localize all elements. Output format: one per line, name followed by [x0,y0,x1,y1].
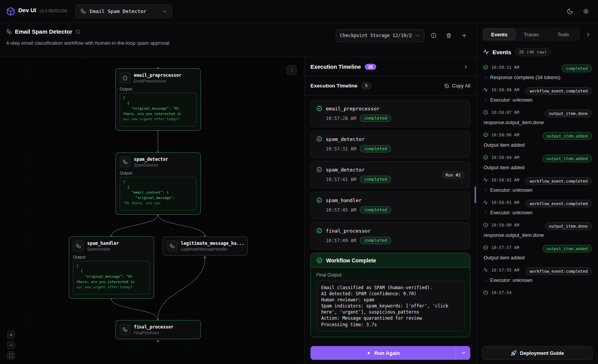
activity-icon [483,177,488,183]
chevron-right-icon [484,188,488,192]
event-item[interactable]: 10:58:08 AM workflow_event.completed Exe… [483,84,592,106]
event-item[interactable]: 10:58:06 AM output_item.added Output ite… [483,129,592,151]
run-number-badge: Run #2 [442,171,465,178]
app-version: v1.0.0b251204 [39,8,67,13]
node-type: FinalProcessor [134,331,174,335]
workflow-icon [6,29,12,34]
timeline-item[interactable]: final_processor 10:57:49 AM completed [310,222,470,249]
event-time: 10:58:08 AM [491,87,519,92]
event-time: 10:58:04 AM [491,155,519,160]
event-detail-row[interactable]: Executor: unknown [483,277,592,283]
timeline-item[interactable]: email_preprocessor 10:57:28 AM completed [310,100,470,127]
event-detail: Output item added [484,142,525,148]
event-item[interactable]: 10:57:55 AM workflow_event.completed Exe… [483,264,592,286]
copy-all-button[interactable]: Copy All [444,83,470,89]
node-output-code: [ { "original_message": "Hi there, are y… [73,261,150,294]
delete-button[interactable] [443,29,455,42]
check-circle-icon [316,257,323,264]
timeline-item-name: spam_handler [326,197,362,203]
node-type: SpamDetector [134,163,168,167]
event-type-badge: output_item.done [545,110,592,117]
node-spam-detector[interactable]: spam_detector SpamDetector Output: [ { "… [115,152,201,215]
left-region: Email Spam Detector 4-step email classif… [0,23,476,364]
event-detail: Output item added [484,255,525,260]
clock-icon [483,290,488,295]
event-detail: response.output_item.done [484,232,544,238]
timeline-item[interactable]: spam_detector 10:57:41 AM completed Run … [310,161,470,188]
timeline-item[interactable]: spam_handler 10:57:45 AM completed [310,192,470,219]
event-detail-row[interactable]: Response complete (34 tokens) [483,74,592,80]
timeline-item[interactable]: spam_detector 10:57:31 AM completed [310,131,470,158]
checkpoint-storage-selector[interactable]: Checkpoint Storage 12/10/2025, 10:5 [336,29,424,42]
zoom-in-button[interactable] [7,331,15,339]
status-badge: completed [360,237,391,244]
node-type: EmailPreprocessor [134,79,182,83]
chevron-down-icon [415,33,420,38]
event-item[interactable]: 10:58:01 AM workflow_event.completed Exe… [483,196,592,219]
node-legitimate-message-handler[interactable]: legitimate_message_ha... LegitimateMessa… [162,236,248,256]
tab-traces[interactable]: Traces [515,29,548,40]
timeline-item-time: 10:57:31 AM [326,146,356,152]
event-item[interactable]: 10:58:04 AM output_item.added Output ite… [483,151,592,174]
tab-tools[interactable]: Tools [547,29,579,40]
event-time: 10:57:55 AM [491,267,519,273]
event-type-badge: workflow_event.completed [525,200,592,207]
events-panel: Events Traces Tools Events 26 (46 raw) 1… [476,23,598,364]
event-time: 10:58:07 AM [491,110,519,115]
page-description: 4-step email classification workflow wit… [6,40,169,46]
event-detail-row[interactable]: Executor: unknown [483,187,592,193]
event-item[interactable]: 10:57:54 [483,286,592,299]
theme-toggle-button[interactable] [564,5,576,18]
event-time: 10:58:00 AM [491,222,519,228]
node-final-processor[interactable]: final_processor FinalProcessor [115,320,201,339]
tab-events[interactable]: Events [483,29,515,40]
play-icon [366,351,371,356]
fit-view-button[interactable] [7,351,15,359]
node-name: spam_detector [134,157,168,162]
workflow-canvas[interactable]: email_preprocessor EmailPreprocessor Out… [0,57,304,364]
event-detail-row: Output item added [483,142,592,148]
info-button[interactable] [427,29,440,42]
timeline-item-name: spam_detector [326,167,365,173]
workflow-complete-card: Workflow Complete Final Output: Email cl… [310,253,470,337]
timeline-scroll-area[interactable]: email_preprocessor 10:57:28 AM completed… [304,95,476,342]
event-time: 10:58:02 AM [491,177,519,183]
final-output-text: Email classified as SPAM (human-verified… [316,281,465,332]
check-circle-icon [316,228,322,234]
timeline-scrollbar[interactable] [474,186,476,203]
deployment-guide-button[interactable]: Deployment Guide [482,346,593,360]
collapse-timeline-button[interactable] [461,62,470,71]
activity-icon [483,87,488,92]
event-item[interactable]: 10:58:00 AM output_item.done response.ou… [483,219,592,241]
run-options-dropdown[interactable] [456,346,470,360]
workflow-selector[interactable]: Email Spam Detector [75,5,172,18]
collapse-panel-button[interactable] [583,30,593,39]
info-icon[interactable] [75,29,81,34]
workflow-icon [167,241,177,251]
event-item[interactable]: 10:58:11 AM completed Response complete … [483,61,592,84]
event-item[interactable]: 10:58:02 AM workflow_event.completed Exe… [483,174,592,196]
event-detail-row[interactable]: Executor: unknown [483,97,592,103]
event-detail-row: Output item added [483,165,592,170]
event-item[interactable]: 10:57:57 AM output_item.added Output ite… [483,241,592,264]
run-again-button[interactable]: Run Again [310,346,470,360]
zoom-out-button[interactable] [7,341,15,349]
check-circle-icon [316,197,322,203]
node-spam-handler[interactable]: spam_handler SpamHandler Output: [ { "or… [69,236,154,299]
check-circle-icon [316,167,322,173]
canvas-more-menu-button[interactable] [287,65,297,75]
timeline-item-name: final_processor [326,228,370,234]
chevron-right-icon [484,98,488,102]
node-email-preprocessor[interactable]: email_preprocessor EmailPreprocessor Out… [115,68,201,131]
event-time: 10:58:06 AM [491,132,519,138]
settings-button[interactable] [580,5,592,18]
activity-icon [483,267,488,273]
events-list[interactable]: 10:58:11 AM completed Response complete … [477,60,598,342]
add-button[interactable] [458,29,470,42]
event-item[interactable]: 10:58:07 AM output_item.done response.ou… [483,106,592,129]
timeline-count-badge: 25 [365,64,376,70]
checkpoint-selector-value: Checkpoint Storage 12/10/2025, 10:5 [340,33,412,38]
workflow-icon [73,241,84,251]
activity-icon [483,49,489,55]
event-detail-row[interactable]: Executor: unknown [483,210,592,215]
